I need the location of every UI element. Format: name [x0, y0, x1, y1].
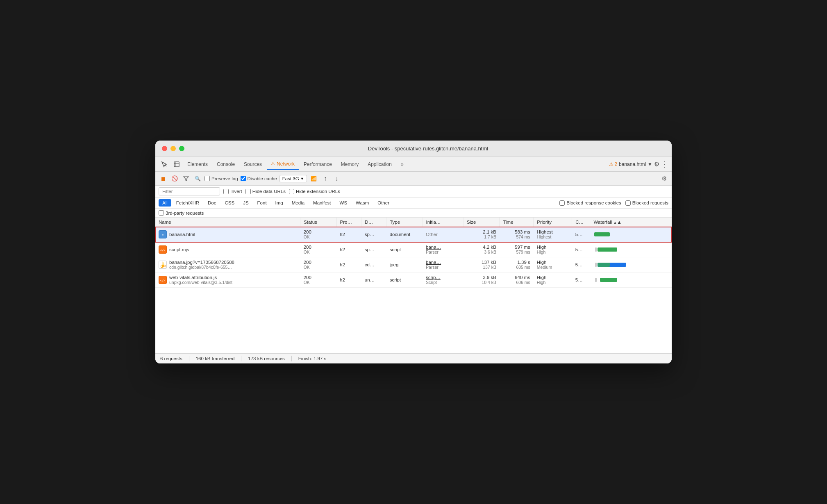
table-row[interactable]: </> web-vitals.attribution.js unpkg.com/… [155, 272, 672, 288]
tab-sources[interactable]: Sources [240, 159, 266, 170]
filter-wasm-button[interactable]: Wasm [352, 199, 373, 207]
col-header-size[interactable]: Size [463, 218, 500, 227]
row1-cache: 5… [575, 232, 583, 237]
traffic-lights [162, 146, 184, 151]
col-header-domain[interactable]: D… [361, 218, 386, 227]
download-icon[interactable]: ↓ [332, 174, 341, 183]
col-header-initiator[interactable]: Initia… [423, 218, 463, 227]
clear-button[interactable]: 🚫 [170, 174, 179, 183]
preserve-log-label[interactable]: Preserve log [204, 176, 238, 181]
preserve-log-checkbox[interactable] [204, 176, 210, 181]
filter-js-button[interactable]: JS [239, 199, 252, 207]
hide-data-urls-text: Hide data URLs [252, 189, 286, 194]
type-cell: document [386, 227, 423, 242]
blocked-cookies-checkbox[interactable] [559, 200, 565, 206]
invert-label[interactable]: Invert [223, 189, 242, 194]
row1-type: document [390, 232, 411, 237]
filter-other-button[interactable]: Other [374, 199, 393, 207]
filter-img-button[interactable]: Img [272, 199, 287, 207]
initiator-cell: Other [423, 227, 463, 242]
waterfall-bar-row2 [598, 247, 617, 252]
col-header-status[interactable]: Status [300, 218, 336, 227]
throttle-select[interactable]: Fast 3G ▼ [279, 175, 307, 182]
devtools-window: DevTools - speculative-rules.glitch.me/b… [155, 141, 672, 363]
upload-icon[interactable]: ↑ [321, 174, 330, 183]
hide-data-urls-checkbox[interactable] [245, 189, 251, 194]
filter-doc-button[interactable]: Doc [204, 199, 220, 207]
filter-button[interactable] [182, 174, 191, 183]
disable-cache-checkbox[interactable] [241, 176, 246, 181]
row1-initiator: Other [426, 232, 438, 237]
col-header-name[interactable]: Name [155, 218, 300, 227]
tab-console[interactable]: Console [213, 159, 239, 170]
tab-more[interactable]: » [397, 159, 408, 170]
search-button[interactable]: 🔍 [193, 174, 202, 183]
blocked-cookies-label[interactable]: Blocked response cookies [559, 200, 621, 206]
invert-checkbox[interactable] [223, 189, 229, 194]
filter-bar: Invert Hide data URLs Hide extension URL… [155, 186, 672, 198]
row2-initiator[interactable]: bana… [426, 245, 460, 250]
file-icon-js2: </> [159, 276, 167, 284]
page-context-chevron[interactable]: ▼ [648, 161, 652, 167]
tab-application[interactable]: Application [364, 159, 396, 170]
row1-priority2: Highest [537, 234, 569, 239]
filter-manifest-button[interactable]: Manifest [309, 199, 334, 207]
status-bar: 6 requests 160 kB transferred 173 kB res… [155, 353, 672, 363]
waterfall-cell [590, 227, 672, 242]
col-header-priority[interactable]: Priority [534, 218, 572, 227]
no-throttle-icon[interactable]: 📶 [309, 174, 318, 183]
tab-elements[interactable]: Elements [183, 159, 212, 170]
filter-fetch-xhr-button[interactable]: Fetch/XHR [173, 199, 203, 207]
tab-network[interactable]: Network [267, 159, 299, 170]
transferred-size: 160 kB transferred [196, 356, 235, 361]
cursor-icon[interactable] [159, 159, 170, 170]
hide-extension-label[interactable]: Hide extension URLs [289, 189, 340, 194]
table-row[interactable]: ≡ banana.html 200 OK [155, 227, 672, 242]
filter-input[interactable] [159, 187, 220, 195]
filter-ws-button[interactable]: WS [336, 199, 351, 207]
tab-memory[interactable]: Memory [337, 159, 363, 170]
maximize-button[interactable] [179, 146, 184, 151]
col-header-protocol[interactable]: Pro… [336, 218, 361, 227]
devtools-settings-icon[interactable]: ⚙ [654, 161, 659, 168]
network-settings-icon[interactable]: ⚙ [659, 174, 668, 183]
row1-priority1: Highest [537, 229, 569, 234]
svg-text:</>: </> [160, 249, 166, 252]
waterfall-bar-row4 [600, 278, 617, 282]
col-header-cache[interactable]: C… [572, 218, 590, 227]
file-icon-img: 🍌 [159, 261, 167, 269]
hide-extension-checkbox[interactable] [289, 189, 294, 194]
page-context[interactable]: banana.html [619, 161, 646, 167]
filter-font-button[interactable]: Font [254, 199, 270, 207]
table-row[interactable]: </> script.mjs 200 OK [155, 242, 672, 257]
row2-initiator-sub: Parser [426, 250, 460, 254]
tab-performance[interactable]: Performance [300, 159, 336, 170]
type-filter-bar: All Fetch/XHR Doc CSS JS Font Img Media … [155, 198, 672, 209]
filter-all-button[interactable]: All [159, 199, 171, 207]
disable-cache-label[interactable]: Disable cache [241, 176, 277, 181]
inspect-icon[interactable] [171, 159, 182, 170]
col-header-waterfall[interactable]: Waterfall ▲ [590, 218, 672, 227]
table-row[interactable]: 🍌 banana.jpg?v=1705668720588 cdn.glitch.… [155, 257, 672, 272]
col-header-type[interactable]: Type [386, 218, 423, 227]
svg-text:</>: </> [160, 279, 166, 282]
waterfall-sort-icon: ▲ [613, 220, 622, 225]
filter-css-button[interactable]: CSS [221, 199, 238, 207]
devtools-more-icon[interactable]: ⋮ [661, 161, 668, 168]
finish-time: Finish: 1.97 s [298, 356, 326, 361]
filter-media-button[interactable]: Media [288, 199, 308, 207]
stop-recording-button[interactable]: ⏹ [159, 174, 168, 183]
blocked-requests-checkbox[interactable] [625, 200, 631, 206]
third-party-checkbox[interactable] [159, 210, 164, 216]
title-bar: DevTools - speculative-rules.glitch.me/b… [155, 141, 672, 157]
third-party-bar: 3rd-party requests [155, 209, 672, 218]
minimize-button[interactable] [170, 146, 176, 151]
name-cell: </> script.mjs [155, 242, 300, 257]
warning-badge[interactable]: ⚠ 2 [609, 161, 617, 167]
col-header-time[interactable]: Time [500, 218, 534, 227]
blocked-requests-label[interactable]: Blocked requests [625, 200, 668, 206]
hide-data-urls-label[interactable]: Hide data URLs [245, 189, 286, 194]
close-button[interactable] [162, 146, 167, 151]
third-party-label[interactable]: 3rd-party requests [159, 210, 668, 216]
row2-status-sub: OK [304, 250, 333, 254]
